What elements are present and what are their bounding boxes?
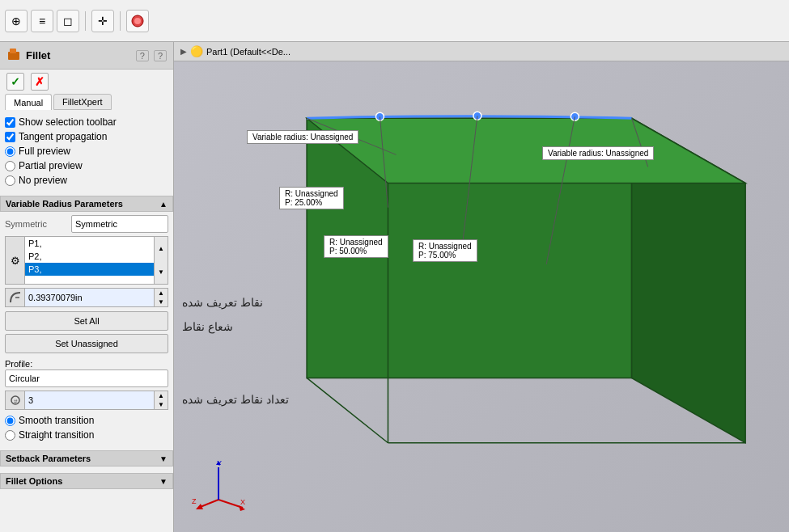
confirm-row: ✓ ✗ (0, 70, 173, 94)
main-layout: Fillet ? ? ✓ ✗ Manual FilletXpert Show s… (0, 42, 789, 532)
breadcrumb-text: Part1 (Default<<De... (206, 47, 291, 57)
tab-manual[interactable]: Manual (5, 94, 52, 110)
var-radius-top-left-value: Unassigned (311, 133, 354, 141)
no-preview-radio[interactable]: No preview (5, 173, 168, 188)
fillet-options-chevron-icon: ▼ (159, 477, 168, 486)
panel-header: Fillet ? ? (0, 42, 173, 70)
tangent-propagation-checkbox[interactable]: Tangent propagation (5, 129, 168, 144)
help-icon-1[interactable]: ? (136, 50, 149, 61)
radius-input-row: 0.39370079in ▲ ▼ (5, 288, 168, 307)
toolbar-sep-1 (85, 11, 86, 31)
r-50-tooltip: R: Unassigned P: 50.00% (324, 235, 388, 258)
listbox-item-p3[interactable]: P3, (25, 263, 154, 276)
r-25-tooltip: R: Unassigned P: 25.00% (279, 187, 344, 209)
svg-text:X: X (240, 498, 245, 506)
setback-section-header[interactable]: Setback Parameters ▼ (0, 450, 173, 467)
radius-increment[interactable]: ▲ (155, 289, 168, 298)
radius-icon (5, 288, 24, 307)
variable-radius-title: Variable Radius Parameters (6, 199, 123, 209)
listbox-scroll-up[interactable]: ▲ (155, 237, 168, 260)
top-toolbar: ⊕ ≡ ◻ ✛ (0, 0, 789, 42)
tab-row: Manual FilletXpert (0, 94, 173, 110)
smooth-transition-radio[interactable]: Smooth transition (5, 413, 168, 428)
right-viewport: ▶ 🟡 Part1 (Default<<De... (174, 42, 789, 532)
fillet-options-section-header[interactable]: Fillet Options ▼ (0, 473, 173, 489)
count-decrement[interactable]: ▼ (155, 400, 168, 409)
radius-decrement[interactable]: ▼ (155, 298, 168, 306)
variable-radius-content: Symmetric Symmetric Asymmetric ⚙ P1, P2,… (0, 215, 173, 447)
viewport-3d[interactable]: Variable radius: Unassigned R: Unassigne… (174, 61, 789, 532)
breadcrumb-bar: ▶ 🟡 Part1 (Default<<De... (174, 42, 789, 61)
coordinate-system: Z X Y (190, 459, 239, 508)
r-75-tooltip: R: Unassigned P: 75.00% (413, 239, 477, 262)
options-section: Show selection toolbar Tangent propagati… (0, 115, 173, 192)
listbox-scroll-down[interactable]: ▼ (155, 260, 168, 284)
setback-title: Setback Parameters (6, 454, 91, 463)
toolbar-btn-3[interactable]: ◻ (57, 10, 79, 32)
svg-point-1 (134, 18, 141, 24)
p-75-label: P: 75.00% (418, 251, 472, 260)
points-icon: ⚙ (11, 255, 20, 267)
var-radius-top-left: Variable radius: Unassigned (247, 130, 358, 144)
radius-field[interactable]: 0.39370079in (24, 288, 154, 307)
var-radius-top-right-value: Unassigned (606, 149, 649, 158)
setback-chevron-icon: ▼ (159, 454, 168, 463)
partial-preview-radio[interactable]: Partial preview (5, 158, 168, 173)
chevron-up-icon: ▲ (159, 200, 168, 209)
count-defined-label: تعداد نقاط تعریف شده (182, 393, 289, 406)
radius-points-label: شعاع نقاط (182, 320, 233, 333)
svg-text:Y: Y (217, 459, 222, 467)
svg-text:Z: Z (192, 497, 197, 505)
svg-line-10 (307, 378, 388, 442)
count-icon: # (5, 391, 24, 410)
count-field[interactable]: 3 (24, 391, 154, 410)
var-radius-top-right-label: Variable radius: (548, 149, 604, 158)
count-increment[interactable]: ▲ (155, 391, 168, 400)
toolbar-btn-1[interactable]: ⊕ (5, 10, 28, 32)
var-radius-top-right: Variable radius: Unassigned (542, 146, 654, 160)
p-50-label: P: 50.00% (329, 247, 383, 255)
variable-radius-section-header[interactable]: Variable Radius Parameters ▲ (0, 196, 173, 212)
panel-title: Fillet (26, 49, 131, 61)
var-radius-top-left-label: Variable radius: (252, 133, 308, 141)
show-selection-toolbar-checkbox[interactable]: Show selection toolbar (5, 115, 168, 129)
p-25-label: P: 25.00% (285, 198, 338, 207)
toolbar-btn-5[interactable] (126, 10, 149, 32)
count-input-row: # 3 ▲ ▼ (5, 391, 168, 410)
symmetric-select[interactable]: Symmetric Asymmetric (71, 215, 168, 233)
profile-select[interactable]: Circular Conic Curvature (5, 369, 168, 387)
svg-text:#: # (14, 398, 18, 405)
straight-transition-label: Straight transition (19, 429, 94, 441)
breadcrumb-arrow: ▶ (180, 47, 187, 56)
smooth-transition-label: Smooth transition (19, 415, 94, 426)
full-preview-radio[interactable]: Full preview (5, 144, 168, 158)
ok-button[interactable]: ✓ (6, 73, 24, 91)
radius-spinner[interactable]: ▲ ▼ (154, 288, 168, 307)
fillet-options-title: Fillet Options (6, 476, 62, 486)
help-icon-2[interactable]: ? (154, 50, 167, 61)
cancel-button[interactable]: ✗ (31, 73, 49, 91)
count-spinner[interactable]: ▲ ▼ (154, 391, 168, 410)
toolbar-btn-2[interactable]: ≡ (31, 10, 53, 32)
straight-transition-radio[interactable]: Straight transition (5, 428, 168, 442)
svg-marker-24 (239, 505, 245, 511)
listbox-item-p2[interactable]: P2, (25, 250, 154, 263)
toolbar-sep-2 (120, 11, 121, 31)
points-listbox[interactable]: P1, P2, P3, (24, 236, 155, 285)
r-75-label: R: Unassigned (418, 242, 472, 251)
set-all-button[interactable]: Set All (5, 311, 168, 331)
fillet-icon (6, 47, 21, 64)
svg-rect-3 (10, 49, 16, 53)
listbox-item-p1[interactable]: P1, (25, 237, 154, 250)
r-50-label: R: Unassigned (329, 238, 383, 247)
toolbar-btn-4[interactable]: ✛ (91, 10, 114, 32)
left-panel: Fillet ? ? ✓ ✗ Manual FilletXpert Show s… (0, 42, 174, 532)
symmetric-label: Symmetric (5, 217, 47, 230)
part-icon: 🟡 (190, 45, 203, 57)
defined-points-label: نقاط تعریف شده (182, 296, 263, 309)
r-25-label: R: Unassigned (285, 189, 338, 198)
set-unassigned-button[interactable]: Set Unassigned (5, 334, 168, 353)
tab-filletxpert[interactable]: FilletXpert (53, 94, 112, 110)
